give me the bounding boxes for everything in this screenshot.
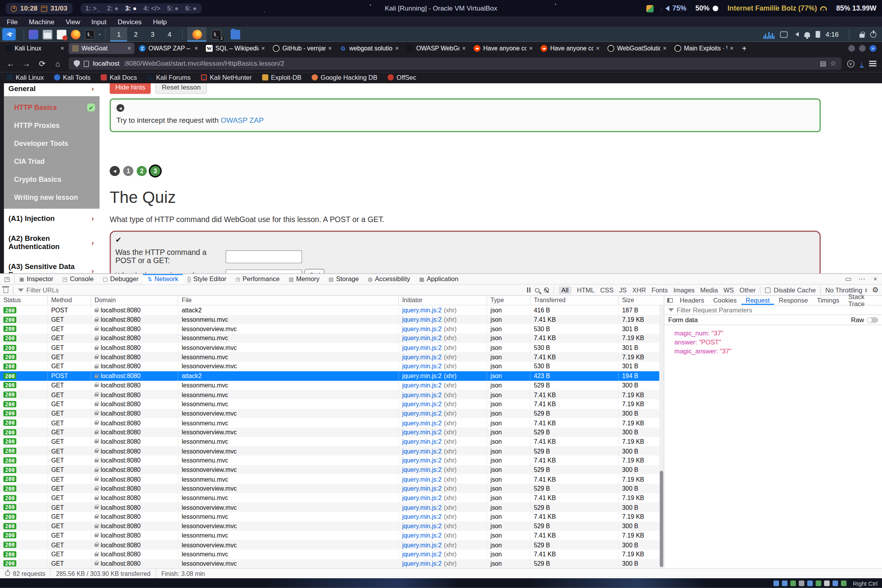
- new-tab-button[interactable]: +: [737, 44, 751, 53]
- sidebar-lesson-item[interactable]: Crypto Basics: [4, 170, 100, 188]
- file-manager-icon[interactable]: [43, 30, 52, 39]
- bookmark-item[interactable]: Exploit-DB: [262, 74, 301, 81]
- devtools-menu-icon[interactable]: ⋯: [855, 275, 869, 283]
- type-filter-fonts[interactable]: Fonts: [652, 287, 668, 293]
- tab-close-icon[interactable]: ×: [261, 45, 265, 52]
- bookmark-item[interactable]: Kali Forums: [147, 74, 190, 81]
- detail-tab-headers[interactable]: Headers: [675, 296, 709, 305]
- request-row[interactable]: 200 GET localhost:8080 lessonoverview.mv…: [0, 343, 664, 352]
- type-filter-all[interactable]: All: [559, 286, 572, 294]
- initiator-link[interactable]: jquery.min.js:2: [402, 551, 442, 558]
- type-filter-ws[interactable]: WS: [723, 287, 734, 293]
- column-header-domain[interactable]: Domain: [91, 296, 178, 305]
- page-button-3[interactable]: 3: [150, 166, 160, 176]
- bookmark-item[interactable]: Google Hacking DB: [312, 74, 377, 81]
- disable-cache-checkbox[interactable]: Disable Cache: [765, 287, 816, 293]
- initiator-link[interactable]: jquery.min.js:2: [402, 541, 442, 548]
- bookmark-item[interactable]: Kali Linux: [7, 74, 44, 81]
- minimize-button[interactable]: [848, 45, 855, 52]
- notifications-icon[interactable]: [804, 32, 810, 37]
- sidebar-lesson-item[interactable]: HTTP Proxies: [4, 117, 100, 134]
- type-filter-media[interactable]: Media: [700, 287, 718, 293]
- bookmark-item[interactable]: OffSec: [387, 74, 416, 81]
- initiator-link[interactable]: jquery.min.js:2: [402, 307, 442, 314]
- initiator-link[interactable]: jquery.min.js:2: [402, 363, 442, 370]
- launcher-dropdown-icon[interactable]: ›: [97, 33, 103, 35]
- audio-icon[interactable]: [791, 580, 796, 586]
- initiator-link[interactable]: jquery.min.js:2: [402, 410, 442, 417]
- devtools-tab-accessibility[interactable]: ◍Accessibility: [363, 274, 414, 284]
- form-data-param[interactable]: answer: "POST": [664, 337, 882, 346]
- devtools-tab-storage[interactable]: ▤Storage: [324, 274, 363, 284]
- tab-close-icon[interactable]: ×: [663, 45, 667, 52]
- request-row[interactable]: 200 GET localhost:8080 lessonmenu.mvc jq…: [0, 512, 664, 521]
- menu-file[interactable]: File: [7, 18, 18, 26]
- tab-close-icon[interactable]: ×: [328, 45, 332, 52]
- request-row[interactable]: 200 GET localhost:8080 lessonoverview.mv…: [0, 465, 664, 474]
- initiator-link[interactable]: jquery.min.js:2: [402, 401, 442, 407]
- sidebar-category[interactable]: (A1) Injection ›: [4, 209, 100, 228]
- detail-tab-request[interactable]: Request: [741, 296, 774, 305]
- bookmark-star-icon[interactable]: ☆: [830, 60, 836, 68]
- clear-requests-icon[interactable]: [4, 288, 9, 293]
- initiator-link[interactable]: jquery.min.js:2: [402, 373, 442, 379]
- type-filter-xhr[interactable]: XHR: [632, 287, 646, 293]
- request-row[interactable]: 200 GET localhost:8080 lessonoverview.mv…: [0, 502, 664, 512]
- devtools-tab-debugger[interactable]: ▢Debugger: [98, 274, 143, 284]
- browser-tab[interactable]: WebGoat ×: [69, 43, 134, 54]
- browser-tab[interactable]: Z OWASP ZAP – ZAP i ×: [136, 43, 201, 54]
- url-bar[interactable]: localhost :8080/WebGoat/start.mvc#lesson…: [69, 57, 841, 70]
- initiator-link[interactable]: jquery.min.js:2: [402, 438, 442, 445]
- initiator-link[interactable]: jquery.min.js:2: [402, 523, 442, 529]
- devtools-tab-performance[interactable]: ◷Performance: [231, 274, 284, 284]
- initiator-link[interactable]: jquery.min.js:2: [402, 513, 442, 520]
- request-row[interactable]: 200 GET localhost:8080 lessonmenu.mvc jq…: [0, 437, 664, 446]
- request-row[interactable]: 200 GET localhost:8080 lessonoverview.mv…: [0, 427, 664, 437]
- request-row[interactable]: 200 GET localhost:8080 lessonoverview.mv…: [0, 559, 664, 568]
- shared-folders-icon[interactable]: [816, 580, 821, 586]
- initiator-link[interactable]: jquery.min.js:2: [402, 560, 442, 567]
- menu-view[interactable]: View: [66, 18, 80, 26]
- taskbar-terminal[interactable]: $_3: [207, 27, 226, 41]
- request-row[interactable]: 200 GET localhost:8080 lessonmenu.mvc jq…: [0, 315, 664, 324]
- menu-icon[interactable]: [869, 61, 877, 66]
- request-row[interactable]: 200 GET localhost:8080 lessonmenu.mvc jq…: [0, 380, 664, 390]
- browser-tab[interactable]: OWASP WebGoat: G ×: [403, 43, 469, 54]
- tab-close-icon[interactable]: ×: [61, 45, 64, 52]
- browser-tab[interactable]: Have anyone comple ×: [537, 43, 603, 54]
- request-row[interactable]: 200 GET localhost:8080 lessonoverview.mv…: [0, 409, 664, 418]
- column-header-transferred[interactable]: Transferred: [531, 296, 619, 305]
- request-row[interactable]: 200 GET localhost:8080 lessonoverview.mv…: [0, 446, 664, 455]
- q2-input[interactable]: [226, 269, 302, 273]
- workspace-switcher[interactable]: 1: >_2: ●3: ●4: </>5: ●6: ●: [80, 4, 202, 14]
- initiator-link[interactable]: jquery.min.js:2: [402, 316, 442, 323]
- tab-close-icon[interactable]: ×: [395, 45, 399, 52]
- browser-tab[interactable]: Kali Linux ×: [2, 43, 67, 54]
- initiator-link[interactable]: jquery.min.js:2: [402, 354, 442, 360]
- request-row[interactable]: 200 GET localhost:8080 lessonoverview.mv…: [0, 324, 664, 333]
- sidebar-category[interactable]: (A2) Broken Authentication ›: [4, 228, 100, 256]
- text-editor-icon[interactable]: [57, 30, 66, 39]
- go-button[interactable]: Go!: [304, 269, 324, 274]
- kali-workspace-4[interactable]: 4: [161, 27, 178, 41]
- q1-input[interactable]: [226, 250, 302, 263]
- scrollbar[interactable]: [659, 305, 664, 568]
- column-header-type[interactable]: Type: [487, 296, 531, 305]
- wifi-indicator[interactable]: Internet Familie Bolz (77%): [728, 5, 827, 13]
- pause-traffic-icon[interactable]: [527, 287, 531, 292]
- keyboard-layout-icon[interactable]: [647, 5, 654, 12]
- page-back-button[interactable]: ◄: [110, 166, 120, 176]
- responsive-mode-icon[interactable]: ▭: [841, 275, 855, 283]
- lock-screen-icon[interactable]: [859, 34, 864, 38]
- sidebar-lesson-item[interactable]: Writing new lesson: [4, 188, 100, 206]
- sidebar-category[interactable]: (A3) Sensitive Data Exposure ›: [4, 256, 100, 273]
- initiator-link[interactable]: jquery.min.js:2: [402, 532, 442, 539]
- optical-icon[interactable]: [782, 580, 787, 586]
- column-header-size[interactable]: Size: [619, 296, 655, 305]
- request-row[interactable]: 200 GET localhost:8080 lessonoverview.mv…: [0, 362, 664, 371]
- tracking-protection-icon[interactable]: [74, 60, 80, 67]
- detail-tab-cookies[interactable]: Cookies: [709, 296, 741, 305]
- network-icon[interactable]: [799, 580, 804, 586]
- kali-workspace-1[interactable]: 1: [110, 27, 127, 41]
- menu-devices[interactable]: Devices: [118, 18, 142, 26]
